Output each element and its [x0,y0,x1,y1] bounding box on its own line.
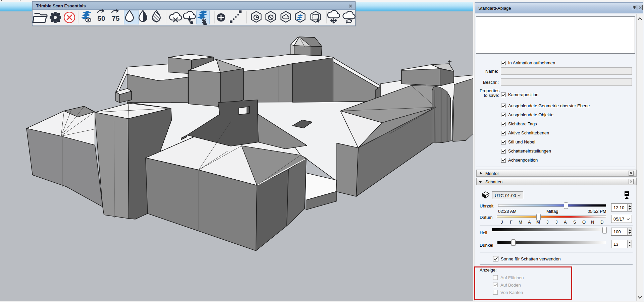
svg-text:50: 50 [97,14,105,22]
svg-text:75: 75 [112,14,119,22]
